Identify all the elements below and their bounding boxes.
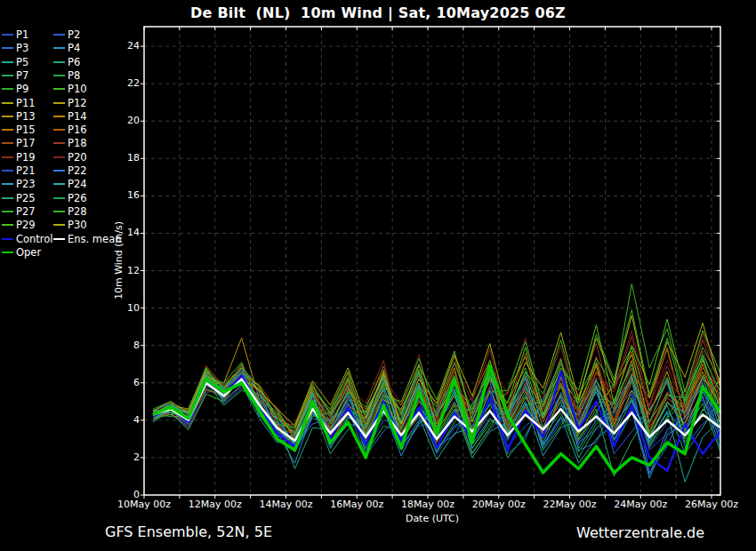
y-tick-label-12: 12: [91, 266, 140, 276]
ensemble-chart-page: De Bilt (NL) 10m Wind | Sat, 10May2025 0…: [0, 0, 756, 551]
x-tick-label-12: 22May 00z: [533, 499, 607, 510]
x-tick-label-8: 18May 00z: [390, 499, 465, 510]
x-tick-label-0: 10May 00z: [107, 499, 181, 510]
y-tick-label-2: 2: [91, 452, 140, 463]
y-tick-label-10: 10: [91, 303, 140, 314]
y-tick-label-22: 22: [91, 78, 140, 89]
site-credit-text: Wetterzentrale.de: [576, 524, 704, 541]
x-tick-label-2: 12May 00z: [178, 499, 253, 510]
y-tick-label-6: 6: [91, 378, 140, 388]
x-axis-label: Date (UTC): [395, 513, 470, 524]
x-tick-label-4: 14May 00z: [249, 499, 324, 510]
y-tick-label-4: 4: [91, 415, 140, 426]
x-tick-label-14: 24May 00z: [603, 499, 678, 510]
y-tick-label-24: 24: [91, 41, 140, 52]
y-tick-label-8: 8: [91, 340, 140, 351]
y-tick-label-16: 16: [91, 190, 140, 201]
x-tick-label-16: 26May 00z: [674, 499, 749, 510]
y-tick-label-18: 18: [91, 153, 140, 164]
y-tick-label-20: 20: [91, 116, 140, 126]
x-tick-label-10: 20May 00z: [462, 499, 536, 510]
x-tick-label-6: 16May 00z: [319, 499, 394, 510]
y-tick-label-14: 14: [91, 228, 140, 238]
model-info-text: GFS Ensemble, 52N, 5E: [105, 523, 272, 540]
